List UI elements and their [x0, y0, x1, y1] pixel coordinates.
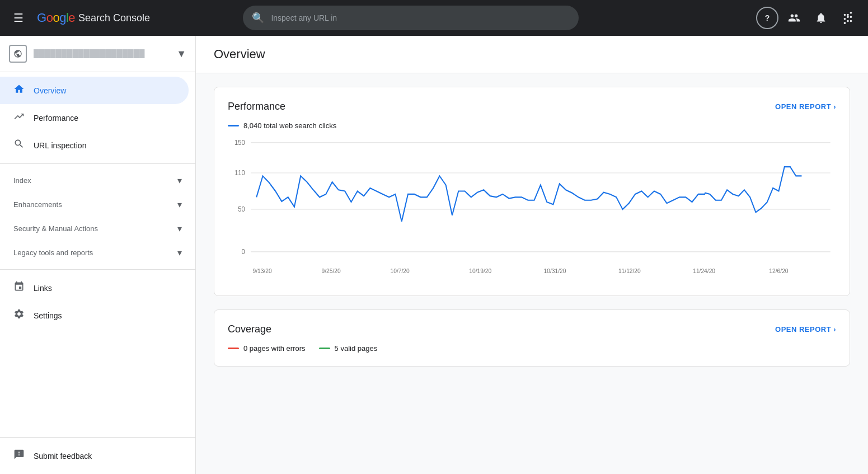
svg-text:110: 110 [234, 169, 245, 176]
performance-open-report-link[interactable]: OPEN REPORT › [775, 102, 836, 111]
coverage-card-title: Coverage [228, 323, 271, 335]
svg-text:11/12/20: 11/12/20 [618, 267, 641, 274]
svg-text:50: 50 [238, 205, 245, 213]
app-header: ☰ Google Search Console 🔍 ? [0, 0, 868, 36]
svg-text:10/31/20: 10/31/20 [544, 267, 566, 274]
help-icon[interactable]: ? [756, 7, 778, 29]
trending-up-icon [13, 111, 25, 125]
performance-card: Performance OPEN REPORT › 8,040 total we… [214, 87, 850, 296]
property-icon [9, 45, 27, 63]
app-logo: Google Search Console [37, 11, 150, 25]
google-wordmark: Google [37, 11, 75, 25]
url-search-bar[interactable]: 🔍 [243, 6, 579, 30]
valid-legend-line [319, 348, 330, 349]
coverage-valid-legend: 5 valid pages [319, 344, 378, 353]
sidebar-item-url-inspection[interactable]: URL inspection [0, 132, 189, 159]
svg-text:0: 0 [241, 248, 245, 255]
coverage-legend: 0 pages with errors 5 valid pages [228, 344, 836, 353]
links-icon [13, 281, 25, 295]
sidebar-section-index-label: Index [13, 176, 31, 185]
sidebar-section-index[interactable]: Index ▾ [0, 168, 195, 193]
sidebar-item-links[interactable]: Links [0, 274, 189, 302]
sidebar-item-links-label: Links [34, 284, 52, 293]
performance-chart: 150 110 50 0 9/13/20 9/25/20 10/7/20 10/… [228, 137, 836, 282]
main-layout: ████████████████████ ▼ Overview Performa… [0, 36, 868, 474]
sidebar-section-legacy[interactable]: Legacy tools and reports ▾ [0, 241, 195, 265]
sidebar-divider-2 [0, 269, 195, 270]
sidebar-item-feedback[interactable]: Submit feedback [0, 442, 189, 470]
hamburger-menu-icon[interactable]: ☰ [9, 7, 28, 29]
performance-legend-line [228, 125, 239, 126]
coverage-card: Coverage OPEN REPORT › 0 pages with erro… [214, 309, 850, 367]
property-dropdown-icon: ▼ [176, 48, 186, 60]
sidebar-section-security[interactable]: Security & Manual Actions ▾ [0, 217, 195, 241]
page-header: Overview [196, 36, 868, 73]
header-action-icons: ? [756, 7, 859, 29]
svg-text:10/7/20: 10/7/20 [391, 267, 410, 274]
main-content: Overview Performance OPEN REPORT › 8,040… [196, 36, 868, 474]
coverage-card-header: Coverage OPEN REPORT › [228, 323, 836, 335]
performance-legend-text: 8,040 total web search clicks [243, 121, 336, 130]
performance-chart-svg: 150 110 50 0 9/13/20 9/25/20 10/7/20 10/… [228, 137, 836, 282]
sidebar-section-security-chevron: ▾ [177, 223, 182, 234]
coverage-arrow-right-icon: › [833, 325, 836, 334]
coverage-valid-text: 5 valid pages [335, 344, 378, 353]
share-user-icon[interactable] [783, 7, 805, 29]
performance-card-title: Performance [228, 101, 285, 112]
product-name: Search Console [78, 12, 150, 24]
performance-legend: 8,040 total web search clicks [228, 121, 836, 130]
sidebar-section-legacy-label: Legacy tools and reports [13, 248, 93, 257]
sidebar-section-enhancements[interactable]: Enhancements ▾ [0, 193, 195, 217]
svg-text:150: 150 [234, 139, 245, 146]
svg-text:9/25/20: 9/25/20 [322, 267, 341, 274]
sidebar-item-settings-label: Settings [34, 311, 62, 320]
performance-card-header: Performance OPEN REPORT › [228, 101, 836, 112]
sidebar-section-enhancements-label: Enhancements [13, 200, 62, 209]
apps-grid-icon[interactable] [837, 7, 859, 29]
sidebar-item-performance-label: Performance [34, 114, 78, 123]
search-nav-icon [13, 138, 25, 152]
content-area: Performance OPEN REPORT › 8,040 total we… [196, 73, 868, 380]
sidebar-section-security-label: Security & Manual Actions [13, 224, 98, 233]
page-title: Overview [214, 47, 850, 62]
sidebar-item-overview-label: Overview [34, 86, 66, 95]
search-input[interactable] [271, 13, 570, 22]
search-icon: 🔍 [252, 12, 264, 24]
errors-legend-line [228, 348, 239, 349]
feedback-icon [13, 449, 25, 463]
notifications-icon[interactable] [810, 7, 832, 29]
svg-text:11/24/20: 11/24/20 [693, 267, 715, 274]
sidebar-section-enhancements-chevron: ▾ [177, 199, 182, 210]
sidebar-divider-1 [0, 163, 195, 164]
property-selector[interactable]: ████████████████████ ▼ [0, 36, 195, 72]
sidebar-bottom: Submit feedback [0, 437, 195, 474]
arrow-right-icon: › [833, 102, 836, 111]
sidebar-item-performance[interactable]: Performance [0, 104, 189, 132]
svg-text:9/13/20: 9/13/20 [252, 267, 271, 274]
svg-text:10/19/20: 10/19/20 [469, 267, 491, 274]
property-name: ████████████████████ [34, 49, 170, 58]
coverage-errors-text: 0 pages with errors [243, 344, 306, 353]
sidebar-section-legacy-chevron: ▾ [177, 247, 182, 258]
sidebar-item-settings[interactable]: Settings [0, 302, 189, 329]
svg-text:12/6/20: 12/6/20 [769, 267, 788, 274]
coverage-open-report-link[interactable]: OPEN REPORT › [775, 325, 836, 334]
sidebar-nav: Overview Performance URL inspection Inde… [0, 72, 195, 437]
settings-icon [13, 308, 25, 322]
sidebar-item-url-inspection-label: URL inspection [34, 141, 86, 150]
coverage-errors-legend: 0 pages with errors [228, 344, 306, 353]
sidebar: ████████████████████ ▼ Overview Performa… [0, 36, 196, 474]
sidebar-section-index-chevron: ▾ [177, 175, 182, 186]
sidebar-item-feedback-label: Submit feedback [34, 452, 92, 461]
sidebar-item-overview[interactable]: Overview [0, 77, 189, 104]
home-icon [13, 83, 25, 97]
